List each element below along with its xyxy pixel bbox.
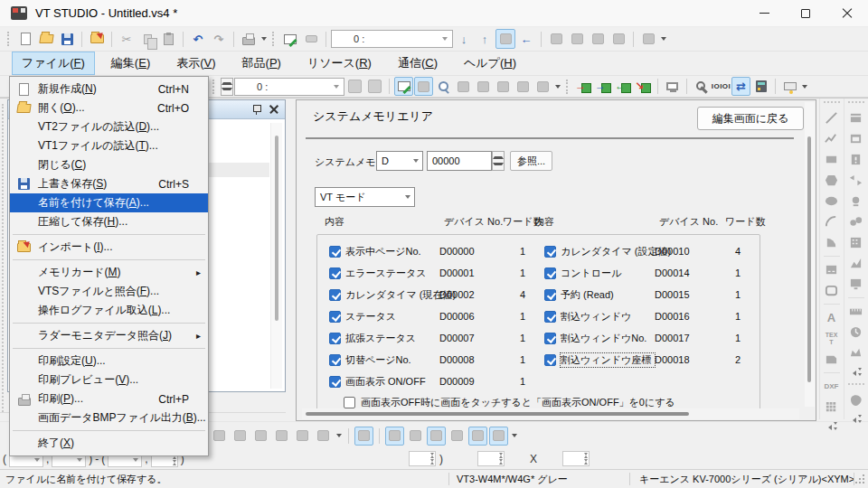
row-checkbox[interactable] <box>544 311 556 323</box>
row-checkbox[interactable] <box>329 289 341 301</box>
character-tool[interactable]: A <box>824 310 840 325</box>
file-menu-item[interactable]: 印刷(P)...Ctrl+P <box>10 389 208 408</box>
back-to-editor-button[interactable]: 編集画面に戻る <box>697 107 804 130</box>
file-menu-item[interactable]: 終了(X) <box>10 434 208 453</box>
print-button[interactable] <box>239 29 259 49</box>
screen-tool-button-4[interactable] <box>609 29 628 49</box>
alarm-part-tool[interactable] <box>848 345 864 361</box>
width-spinner[interactable] <box>409 451 436 466</box>
scrollbar-thumb[interactable] <box>306 412 689 416</box>
menubar-item[interactable]: 通信(C) <box>388 52 448 75</box>
polyline-tool[interactable] <box>824 131 840 146</box>
snap-mode-button[interactable] <box>354 427 373 446</box>
lamp-part-tool[interactable] <box>848 193 864 209</box>
switch-part-tool[interactable] <box>848 173 864 188</box>
device-no-spinner[interactable] <box>492 151 505 171</box>
monitor-part-tool[interactable] <box>848 277 864 292</box>
order-button-1[interactable] <box>385 427 404 446</box>
row-checkbox[interactable] <box>544 246 556 258</box>
pie-tool[interactable] <box>824 235 840 250</box>
prev-page-button[interactable]: ↑ <box>475 29 495 49</box>
file-menu-item[interactable]: VT2ファイルの読込(D)... <box>10 117 208 136</box>
page-spinner[interactable] <box>221 78 233 96</box>
screen-tool-button-3[interactable] <box>588 29 608 49</box>
panel-vscrollbar[interactable] <box>805 102 815 407</box>
file-menu-item[interactable]: 操作ログファイル取込(L)... <box>10 301 208 320</box>
arrange-button-3[interactable] <box>251 427 270 446</box>
next-page-button[interactable]: ↓ <box>454 29 474 49</box>
compare-with-vt-button[interactable]: ↘ <box>634 77 653 96</box>
order-button-2[interactable] <box>406 427 425 446</box>
file-menu-item[interactable]: メモリカード(M)▸ <box>10 263 208 282</box>
panel-close-icon[interactable] <box>269 105 278 114</box>
toolbar-grip[interactable] <box>272 32 276 46</box>
toolbar-grip[interactable] <box>7 32 11 46</box>
serial-setting-button[interactable]: IOIOI <box>712 77 731 96</box>
screen-tool-button-5[interactable] <box>638 29 658 49</box>
device-no-input[interactable]: 00000 <box>427 151 492 171</box>
screen-tool-button-2[interactable] <box>567 29 587 49</box>
toolbar-expand-button[interactable] <box>850 415 862 425</box>
paste-button[interactable] <box>158 29 178 49</box>
print-dropdown[interactable] <box>259 30 268 48</box>
order-button-3[interactable] <box>427 427 446 446</box>
keypad-part-tool[interactable] <box>848 235 864 250</box>
back-screen-button[interactable]: ← <box>516 29 536 49</box>
arrange-button-6[interactable] <box>314 427 333 446</box>
scrollbar-thumb[interactable] <box>807 136 811 382</box>
browse-button[interactable]: 参照... <box>510 151 552 171</box>
close-button[interactable] <box>826 0 868 26</box>
page-jump-button[interactable] <box>495 29 515 49</box>
row-checkbox[interactable] <box>329 333 341 344</box>
order-dropdown[interactable] <box>510 427 518 445</box>
file-menu-item[interactable]: 画面データBMPファイル出力(B)... <box>10 408 208 427</box>
transfer-to-vt-button[interactable]: → <box>574 77 593 96</box>
preview-button[interactable] <box>434 77 453 96</box>
toolbar-grip[interactable] <box>848 383 864 387</box>
grid-part-tool[interactable] <box>824 399 840 415</box>
toolbar-expand-button[interactable] <box>826 422 837 432</box>
row-checkbox[interactable] <box>544 333 556 344</box>
arrange-button-4[interactable] <box>272 427 291 446</box>
blob-part-tool[interactable] <box>848 392 864 408</box>
row-checkbox[interactable] <box>329 311 341 323</box>
row-checkbox[interactable] <box>329 267 341 279</box>
view-tool-button-3[interactable] <box>494 77 513 96</box>
rectangle-tool[interactable] <box>824 152 840 167</box>
row-checkbox[interactable] <box>329 354 341 366</box>
file-menu-item[interactable]: 上書き保存(S)Ctrl+S <box>10 174 208 193</box>
panel-scrollbar[interactable] <box>270 123 282 389</box>
dim-h-spinner[interactable] <box>562 451 590 466</box>
arrange-button-5[interactable] <box>293 427 312 446</box>
new-file-button[interactable] <box>15 29 35 49</box>
view-tool-button-2[interactable] <box>474 77 493 96</box>
open-file-button[interactable] <box>36 29 56 49</box>
copy-button[interactable] <box>137 29 157 49</box>
redo-button[interactable]: ↷ <box>209 29 229 49</box>
screen-tool-button-1[interactable] <box>546 29 566 49</box>
order-button-6[interactable] <box>489 427 508 446</box>
file-menu-item[interactable]: 印刷プレビュー(V)... <box>10 371 208 389</box>
menubar-item[interactable]: 編集(E) <box>101 52 160 75</box>
row-checkbox[interactable] <box>544 267 556 279</box>
view-tool-button-1[interactable] <box>454 77 473 96</box>
file-menu-item[interactable]: 新規作成(N)Ctrl+N <box>10 80 208 99</box>
dialog-part-tool[interactable] <box>848 152 864 167</box>
undo-button[interactable]: ↶ <box>188 29 208 49</box>
toolbar-grip[interactable] <box>212 80 216 94</box>
file-menu-item[interactable]: ラダーモニタデータ照合(J)▸ <box>10 326 208 345</box>
plc-setting-button[interactable] <box>751 77 770 96</box>
arrange-button-1[interactable] <box>210 427 229 446</box>
remote-monitor-button[interactable] <box>780 77 799 96</box>
device-type-select[interactable]: D <box>376 151 423 171</box>
menubar-item[interactable]: ヘルプ(H) <box>454 52 526 75</box>
toolbar-grip[interactable] <box>824 101 840 105</box>
file-menu-item[interactable]: 印刷設定(U)... <box>10 352 208 371</box>
option-checkbox[interactable] <box>344 397 355 408</box>
stamp-tool[interactable] <box>824 352 840 367</box>
screen-part-tool[interactable] <box>848 131 864 146</box>
remote-dropdown[interactable] <box>800 78 808 96</box>
communication-button[interactable]: ⇄ <box>731 77 750 96</box>
grid-toggle-button[interactable] <box>394 77 413 96</box>
clock-part-tool[interactable] <box>848 324 864 340</box>
